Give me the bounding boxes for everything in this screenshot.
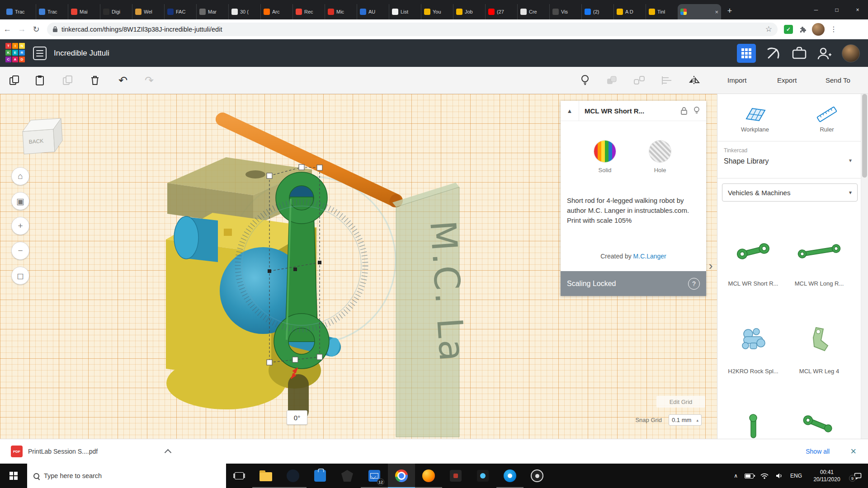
copy-icon[interactable] [8, 74, 21, 87]
game-app-icon[interactable] [334, 464, 361, 488]
file-explorer-icon[interactable] [252, 464, 279, 488]
new-tab-button[interactable]: + [723, 4, 736, 18]
browser-tab[interactable]: × [678, 4, 721, 19]
clock[interactable]: 00:41 20/11/2020 [809, 469, 845, 483]
part-green-pin[interactable] [720, 408, 786, 439]
task-view-button[interactable] [226, 464, 252, 488]
browser-tab[interactable]: A D× [613, 4, 646, 19]
name-plate[interactable]: M.C. La [392, 183, 473, 437]
taskbar-search[interactable]: Type here to search [27, 464, 226, 488]
extensions-puzzle-icon[interactable] [798, 25, 807, 33]
hidden-icons-chevron[interactable]: ∧ [734, 473, 738, 479]
download-filename[interactable]: PrintLab Session S....pdf [28, 448, 98, 455]
browser-tab[interactable]: Mai× [68, 4, 100, 19]
3d-viewport[interactable]: M.C. La [0, 94, 717, 439]
tinkercad-logo[interactable]: TINKERCAD [5, 43, 26, 63]
import-button[interactable]: Import [721, 67, 753, 94]
part-green-rod-angled[interactable] [786, 408, 852, 439]
fit-view-icon[interactable]: ▣ [11, 192, 29, 210]
briefcase-icon[interactable] [792, 47, 807, 60]
browser-tab[interactable]: 30 (× [228, 4, 260, 19]
solid-color-swatch[interactable] [594, 141, 616, 162]
zoom-out-icon[interactable]: − [11, 242, 29, 260]
sidebar-collapse-chevron[interactable]: › [705, 253, 716, 278]
duplicate-icon[interactable] [61, 74, 74, 87]
show-all-lightbulb-icon[interactable] [579, 74, 591, 87]
browser-tab[interactable]: Wel× [132, 4, 164, 19]
library-title[interactable]: Shape Library [724, 157, 769, 165]
browser-tab[interactable]: Vis× [549, 4, 581, 19]
language-indicator[interactable]: ENG [790, 473, 802, 479]
perspective-toggle-icon[interactable]: ◻ [11, 267, 29, 285]
close-window-button[interactable]: × [847, 0, 868, 19]
tab-close-icon[interactable]: × [715, 9, 718, 15]
store-icon[interactable] [307, 464, 334, 488]
browser-menu-icon[interactable]: ⋮ [830, 25, 842, 33]
minimize-button[interactable]: ─ [806, 0, 826, 19]
browser-tab[interactable]: Mic× [325, 4, 357, 19]
hole-swatch[interactable] [649, 141, 671, 162]
maximize-button[interactable]: □ [826, 0, 847, 19]
browser-tab[interactable]: (2)× [581, 4, 613, 19]
mail-app-icon[interactable]: 12 [361, 464, 388, 488]
part-mcl-wr-leg-4[interactable]: MCL WR Leg 4 [786, 320, 852, 408]
browser-tab[interactable]: (27× [485, 4, 517, 19]
skype-icon[interactable] [496, 464, 524, 488]
ruler-tool[interactable]: Ruler [816, 104, 838, 133]
library-caret-icon[interactable]: ▾ [849, 157, 852, 164]
browser-tab[interactable]: AU× [357, 4, 389, 19]
bookmark-star-icon[interactable]: ☆ [765, 24, 772, 34]
browser-tab[interactable]: FAC× [164, 4, 196, 19]
action-center-button[interactable]: 9 [852, 470, 863, 482]
firefox-icon[interactable] [415, 464, 442, 488]
workplane-tool[interactable]: Workplane [741, 104, 769, 133]
view-cube[interactable]: BACK [23, 118, 62, 154]
align-icon[interactable] [660, 74, 673, 87]
blue-cylinder-left[interactable] [174, 216, 218, 262]
user-avatar[interactable] [842, 44, 860, 62]
blocks-view-button[interactable] [737, 44, 756, 63]
delete-icon[interactable] [89, 74, 101, 87]
undo-icon[interactable]: ↶ [117, 74, 129, 87]
chrome-icon[interactable] [388, 464, 415, 488]
recorder-app-icon[interactable] [524, 464, 551, 488]
download-menu-chevron-icon[interactable] [165, 449, 172, 456]
omnibox[interactable]: tinkercad.com/things/8W1ZIl3p38J-incredi… [47, 23, 778, 36]
hide-shape-lightbulb-icon[interactable] [693, 107, 700, 115]
browser-tab[interactable]: Trac× [4, 4, 36, 19]
category-dropdown[interactable]: Vehicles & Machines ▾ [722, 183, 858, 202]
my-designs-list-icon[interactable] [33, 47, 47, 60]
url-text[interactable]: tinkercad.com/things/8W1ZIl3p38J-incredi… [61, 26, 762, 33]
browser-tab[interactable]: Job× [453, 4, 485, 19]
mirror-icon[interactable] [688, 74, 700, 87]
show-all-downloads-button[interactable]: Show all [806, 448, 830, 455]
close-download-bar-icon[interactable]: × [850, 446, 856, 457]
forward-icon[interactable]: → [14, 24, 29, 34]
camera-app-icon[interactable] [469, 464, 496, 488]
help-icon[interactable]: ? [688, 278, 700, 290]
shape-name[interactable]: MCL WR Short R... [585, 107, 681, 115]
sidebar-scrollbar[interactable] [861, 94, 868, 439]
wifi-icon[interactable] [760, 473, 769, 479]
volume-icon[interactable] [775, 473, 783, 479]
ungroup-icon[interactable] [633, 74, 646, 87]
paste-icon[interactable] [33, 74, 46, 87]
browser-tab[interactable]: Digi× [100, 4, 132, 19]
browser-tab[interactable]: You× [421, 4, 453, 19]
part-mcl-wr-long-rod[interactable]: MCL WR Long R... [786, 232, 852, 320]
extension-check-icon[interactable]: ✓ [784, 25, 793, 34]
browser-profile-avatar[interactable] [812, 23, 825, 36]
back-icon[interactable]: ← [0, 24, 14, 34]
zoom-in-icon[interactable]: + [11, 217, 29, 235]
refresh-icon[interactable]: ↻ [29, 24, 43, 34]
edit-grid-button[interactable]: Edit Grid [656, 396, 705, 408]
minecraft-pickaxe-icon[interactable] [766, 46, 782, 61]
browser-tab[interactable]: List× [389, 4, 421, 19]
send-to-button[interactable]: Send To [819, 67, 857, 94]
browser-tab[interactable]: Trac× [36, 4, 68, 19]
browser-tab[interactable]: Rec× [292, 4, 325, 19]
scrollbar-thumb[interactable] [862, 94, 867, 178]
author-link[interactable]: M.C.Langer [633, 253, 666, 260]
home-view-icon[interactable]: ⌂ [11, 167, 29, 185]
part-h2kro-rock-splitter[interactable]: H2KRO Rock Spl... [720, 320, 786, 408]
